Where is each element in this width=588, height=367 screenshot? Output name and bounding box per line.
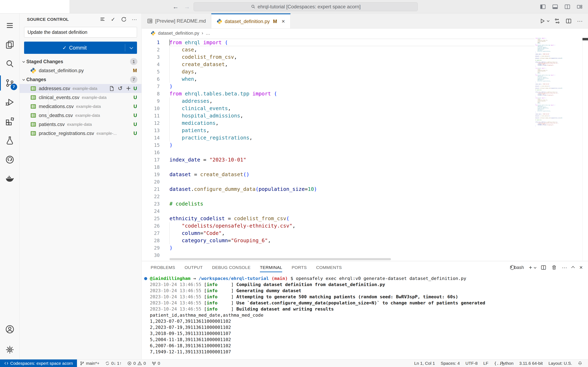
view-and-sort-icon[interactable] <box>99 16 105 22</box>
file-row[interactable]: ons_deaths.csvexample-dataU <box>20 111 141 120</box>
split-editor-icon[interactable] <box>564 4 571 10</box>
editor-hscrollbar[interactable] <box>169 258 527 260</box>
panel-more-actions-icon[interactable]: ··· <box>562 265 567 270</box>
activity-item-explorer-icon[interactable] <box>0 35 20 54</box>
status-text: 0 <box>144 361 146 366</box>
activity-item-docker-icon[interactable] <box>0 169 20 188</box>
activity-item-menu-icon[interactable] <box>0 16 20 35</box>
editor-scrollbar[interactable] <box>582 38 588 261</box>
panel-tab-comments[interactable]: COMMENTS <box>316 261 342 274</box>
close-tab-icon[interactable]: × <box>282 18 285 24</box>
file-row[interactable]: patients.csvexample-dataU <box>20 120 141 129</box>
refresh-icon[interactable] <box>121 16 127 22</box>
file-row[interactable]: dataset_definition.pyM <box>20 66 141 75</box>
terminal-line: 2023-10-24 13:46:55 [info ] Attempting t… <box>150 294 588 300</box>
activity-item-search-icon[interactable] <box>0 54 20 73</box>
forward-icon[interactable]: → <box>184 3 190 10</box>
status-forwarded-ports[interactable]: 0 <box>149 359 163 367</box>
status-notifications[interactable] <box>575 359 585 367</box>
line-number: 18 <box>142 165 160 170</box>
group-label: Staged Changes <box>26 59 63 64</box>
discard-changes-icon[interactable]: ↺ <box>118 86 122 92</box>
code-line: 14 practice_registrations, <box>142 134 535 142</box>
status-indentation[interactable]: Spaces: 4 <box>438 359 462 367</box>
open-changes-icon[interactable] <box>554 18 560 24</box>
breadcrumb-file[interactable]: dataset_definition.py <box>158 31 199 36</box>
status-remote-indicator[interactable]: Codespaces: expert space acorn <box>0 359 77 367</box>
run-dropdown-icon[interactable] <box>547 19 550 22</box>
panel-tab-debug-console[interactable]: DEBUG CONSOLE <box>212 261 251 274</box>
kill-terminal-icon[interactable] <box>551 265 557 270</box>
minimap[interactable]: from ehrql import ( case, codelist_from_… <box>535 38 582 128</box>
activity-item-run-debug-icon[interactable] <box>0 92 20 112</box>
command-center-search[interactable]: ehrql-tutorial [Codespaces: expert space… <box>194 2 418 11</box>
toggle-sidebar-icon[interactable] <box>540 4 546 10</box>
activity-item-account-icon[interactable] <box>0 320 20 339</box>
more-actions-icon[interactable]: ··· <box>131 16 138 22</box>
activity-item-settings-icon[interactable] <box>0 340 20 359</box>
close-panel-icon[interactable]: × <box>579 265 583 270</box>
tab-readme-preview[interactable]: [Preview] README.md <box>142 13 211 28</box>
stage-changes-icon[interactable]: + <box>126 85 131 92</box>
file-name: practice_registrations.csv <box>39 131 94 136</box>
code-line: 25 ethnicity_codelist = codelist_from_cs… <box>142 215 535 222</box>
commit-dropdown-icon[interactable] <box>125 47 137 49</box>
panel-tab-terminal[interactable]: TERMINAL <box>260 261 282 274</box>
commit-button[interactable]: ✓ Commit <box>24 42 137 54</box>
commit-check-icon[interactable]: ✓ <box>110 16 116 22</box>
code-line: 21 dataset.configure_dummy_data(populati… <box>142 185 535 193</box>
line-number: 14 <box>142 135 160 141</box>
split-terminal-icon[interactable] <box>541 265 546 270</box>
activity-item-extensions-icon[interactable] <box>0 112 20 131</box>
toggle-panel-icon[interactable] <box>552 4 558 10</box>
file-name: patients.csv <box>39 122 65 127</box>
back-icon[interactable]: ← <box>173 3 179 10</box>
terminal-output[interactable]: @iaindillingham → /workspaces/ehrql-tuto… <box>142 274 588 359</box>
activity-item-github-icon[interactable] <box>0 150 20 169</box>
commit-message-input[interactable] <box>24 27 137 38</box>
tab-dataset-definition[interactable]: dataset_definition.py M × <box>211 13 291 28</box>
status-text: Layout: U.S. <box>548 361 572 366</box>
file-row[interactable]: addresses.csvexample-data ↺ +U <box>20 84 141 93</box>
terminal-line: 2023-10-24 13:46:55 [info ] Use `dataset… <box>150 300 588 306</box>
panel-tab-output[interactable]: OUTPUT <box>185 261 203 274</box>
line-number: 5 <box>142 69 160 75</box>
status-git-branch[interactable]: main*+ <box>77 359 102 367</box>
status-text: Python <box>500 361 513 366</box>
split-editor-right-icon[interactable] <box>566 18 572 24</box>
bash-icon: $ <box>509 265 515 270</box>
status-problems[interactable]: 00 <box>124 359 149 367</box>
breadcrumb-symbol[interactable]: … <box>206 31 210 36</box>
file-row[interactable]: clinical_events.csvexample-dataU <box>20 93 141 102</box>
status-python-version[interactable]: 3.11.6 64-bit <box>516 359 545 367</box>
status-cursor-position[interactable]: Ln 1, Col 1 <box>411 359 438 367</box>
group-header[interactable]: Staged Changes 1 <box>20 57 141 66</box>
group-header[interactable]: Changes 7 <box>20 75 141 84</box>
terminal-shell-selector[interactable]: $ bash <box>509 265 524 270</box>
file-folder: example-data <box>76 104 101 109</box>
status-encoding[interactable]: UTF-8 <box>463 359 481 367</box>
customize-layout-icon[interactable] <box>577 4 583 10</box>
new-terminal-icon[interactable]: + <box>529 265 532 270</box>
activity-item-testing-icon[interactable] <box>0 131 20 150</box>
file-row[interactable]: practice_registrations.csvexample-...U <box>20 129 141 138</box>
file-row[interactable]: medications.csvexample-dataU <box>20 102 141 111</box>
run-python-icon[interactable] <box>539 18 545 24</box>
code-editor[interactable]: 1 from ehrql import (2 case,3 codelist_f… <box>142 38 588 261</box>
status-language-mode[interactable]: {..}Python <box>491 359 516 367</box>
status-eol[interactable]: LF <box>480 359 491 367</box>
panel-tab-problems[interactable]: PROBLEMS <box>151 261 175 274</box>
panel-tab-ports[interactable]: PORTS <box>292 261 307 274</box>
breadcrumb[interactable]: dataset_definition.py › … <box>142 29 588 38</box>
status-keyboard-layout[interactable]: Layout: U.S. <box>545 359 575 367</box>
maximize-panel-icon[interactable] <box>571 266 575 269</box>
activity-item-source-control-icon[interactable]: 7 <box>0 73 20 92</box>
code-line: 11 hospital_admissions, <box>142 112 535 119</box>
status-text: 0 <box>158 361 160 366</box>
warning-icon <box>138 361 142 366</box>
open-file-icon[interactable] <box>109 86 114 91</box>
terminal-dropdown-icon[interactable] <box>534 266 536 268</box>
group-count-badge: 1 <box>130 58 138 65</box>
status-sync-changes[interactable]: 0↓ 1↑ <box>102 359 124 367</box>
editor-more-actions-icon[interactable]: ··· <box>577 18 583 24</box>
